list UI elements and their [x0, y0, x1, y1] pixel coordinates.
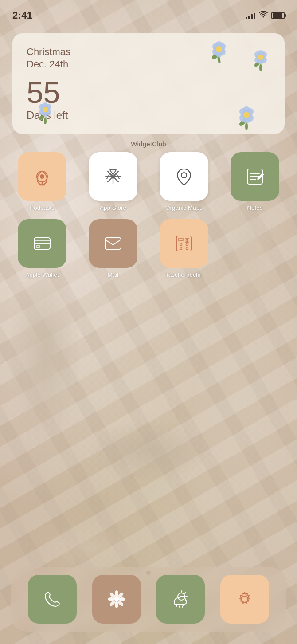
- status-bar: 2:41: [0, 0, 297, 24]
- widget-count: 55: [27, 77, 270, 107]
- svg-rect-53: [34, 240, 50, 244]
- app-store-app[interactable]: App Store: [82, 152, 145, 211]
- svg-line-82: [179, 605, 180, 607]
- svg-point-21: [44, 117, 47, 124]
- notes-label: Notes: [247, 204, 262, 211]
- weather-dock-icon[interactable]: [156, 575, 205, 624]
- mail-label: Mail: [108, 271, 119, 278]
- svg-rect-58: [179, 238, 183, 241]
- status-icons: [246, 11, 285, 20]
- dock: [11, 567, 286, 632]
- widget-title: Christmas: [27, 46, 270, 59]
- app-grid-row2: Apple Wallet Mail: [0, 219, 297, 278]
- svg-point-42: [40, 174, 44, 179]
- flower-decoration-3: [35, 100, 56, 126]
- mail-app[interactable]: Mail: [82, 219, 145, 278]
- podcasts-label: Podcasts: [30, 204, 55, 211]
- svg-point-11: [259, 64, 262, 71]
- svg-point-59: [180, 243, 182, 245]
- svg-point-30: [43, 107, 48, 112]
- svg-point-20: [258, 55, 263, 60]
- svg-point-68: [115, 590, 118, 597]
- app-grid-row1: Podcasts App Store: [0, 152, 297, 211]
- widget-days-label: Days left: [27, 109, 270, 122]
- christmas-widget[interactable]: Christmas Dec. 24th 55 Days left: [12, 33, 285, 134]
- widget-club-label: WidgetClub: [0, 140, 297, 148]
- svg-rect-55: [36, 246, 40, 247]
- signal-icon: [246, 12, 255, 19]
- settings-dock-icon[interactable]: [220, 575, 269, 624]
- svg-point-70: [108, 597, 115, 601]
- organic-maps-label: Organic Maps: [165, 204, 203, 211]
- svg-point-71: [118, 597, 125, 601]
- svg-point-69: [115, 601, 118, 608]
- apple-wallet-app[interactable]: Apple Wallet: [11, 219, 74, 278]
- svg-point-60: [186, 243, 188, 245]
- svg-point-47: [181, 173, 187, 178]
- calculator-app[interactable]: Taschenrechn: [152, 219, 215, 278]
- wifi-icon: [259, 11, 268, 20]
- svg-rect-56: [105, 238, 121, 249]
- svg-point-76: [114, 597, 119, 601]
- podcasts-app[interactable]: Podcasts: [11, 152, 74, 211]
- flower-decoration-2: [250, 47, 271, 73]
- flower-decoration-4: [235, 104, 258, 132]
- photos-dock-icon[interactable]: [92, 575, 141, 624]
- svg-point-40: [243, 112, 250, 118]
- widget-subtitle: Dec. 24th: [27, 59, 270, 70]
- status-time: 2:41: [12, 10, 32, 21]
- apple-wallet-label: Apple Wallet: [25, 271, 59, 278]
- battery-icon: [271, 12, 285, 19]
- flower-decoration-1: [207, 37, 231, 65]
- svg-line-81: [176, 605, 177, 607]
- svg-point-62: [186, 247, 188, 249]
- notes-app[interactable]: Notes: [223, 152, 286, 211]
- svg-line-79: [185, 593, 186, 593]
- svg-point-10: [216, 46, 222, 52]
- svg-line-83: [182, 605, 183, 607]
- app-store-label: App Store: [100, 204, 126, 211]
- organic-maps-app[interactable]: Organic Maps: [152, 152, 215, 211]
- svg-point-0: [263, 16, 264, 17]
- empty-slot: [223, 219, 272, 278]
- svg-point-61: [180, 247, 182, 249]
- calculator-label: Taschenrechn: [165, 271, 203, 278]
- phone-dock-icon[interactable]: [28, 575, 77, 624]
